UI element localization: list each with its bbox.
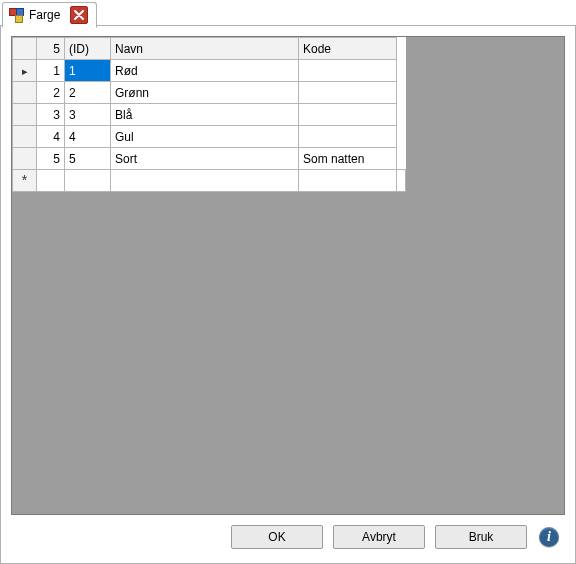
form-icon [9,8,23,22]
cell-index[interactable]: 3 [37,104,65,126]
cell-index[interactable]: 2 [37,82,65,104]
cell-index[interactable]: 4 [37,126,65,148]
cell-navn[interactable]: Grønn [111,82,299,104]
cell-empty[interactable] [37,170,65,192]
tab-strip: Farge [0,0,576,26]
close-icon[interactable] [70,6,88,24]
data-grid-table[interactable]: 5 (ID) Navn Kode 11Rød22Grønn33Blå44Gul5… [12,37,406,192]
cell-kode[interactable] [299,126,397,148]
data-grid[interactable]: 5 (ID) Navn Kode 11Rød22Grønn33Blå44Gul5… [11,36,565,515]
info-icon[interactable]: i [539,527,559,547]
row-header[interactable] [13,148,37,170]
window: Farge 5 (ID) Navn Kode [0,0,576,564]
tab-title: Farge [29,8,60,22]
table-row[interactable]: 22Grønn [13,82,406,104]
cell-empty[interactable] [65,170,111,192]
table-row-new[interactable] [13,170,406,192]
column-header-id[interactable]: (ID) [65,38,111,60]
cell-navn[interactable]: Sort [111,148,299,170]
cell-kode[interactable] [299,104,397,126]
cell-empty[interactable] [111,170,299,192]
cell-navn[interactable]: Rød [111,60,299,82]
cell-id[interactable]: 2 [65,82,111,104]
row-header[interactable] [13,126,37,148]
table-row[interactable]: 55SortSom natten [13,148,406,170]
cell-kode[interactable] [299,82,397,104]
cell-id[interactable]: 3 [65,104,111,126]
row-header-corner[interactable] [13,38,37,60]
ok-button[interactable]: OK [231,525,323,549]
column-header-kode[interactable]: Kode [299,38,397,60]
row-header-new[interactable] [13,170,37,192]
cell-empty[interactable] [299,170,397,192]
column-header-navn[interactable]: Navn [111,38,299,60]
row-header[interactable] [13,104,37,126]
row-header[interactable] [13,82,37,104]
cell-id[interactable]: 5 [65,148,111,170]
button-bar: OK Avbryt Bruk i [11,515,565,553]
cell-kode[interactable]: Som natten [299,148,397,170]
table-row[interactable]: 33Blå [13,104,406,126]
apply-button[interactable]: Bruk [435,525,527,549]
cell-kode[interactable] [299,60,397,82]
tab-farge[interactable]: Farge [2,2,97,28]
cell-id[interactable]: 4 [65,126,111,148]
cell-empty[interactable] [397,170,406,192]
cell-id[interactable]: 1 [65,60,111,82]
row-header[interactable] [13,60,37,82]
column-header-count[interactable]: 5 [37,38,65,60]
cell-index[interactable]: 5 [37,148,65,170]
table-row[interactable]: 11Rød [13,60,406,82]
cell-index[interactable]: 1 [37,60,65,82]
cell-navn[interactable]: Gul [111,126,299,148]
client-area: 5 (ID) Navn Kode 11Rød22Grønn33Blå44Gul5… [0,26,576,564]
table-row[interactable]: 44Gul [13,126,406,148]
cell-navn[interactable]: Blå [111,104,299,126]
cancel-button[interactable]: Avbryt [333,525,425,549]
header-row: 5 (ID) Navn Kode [13,38,406,60]
